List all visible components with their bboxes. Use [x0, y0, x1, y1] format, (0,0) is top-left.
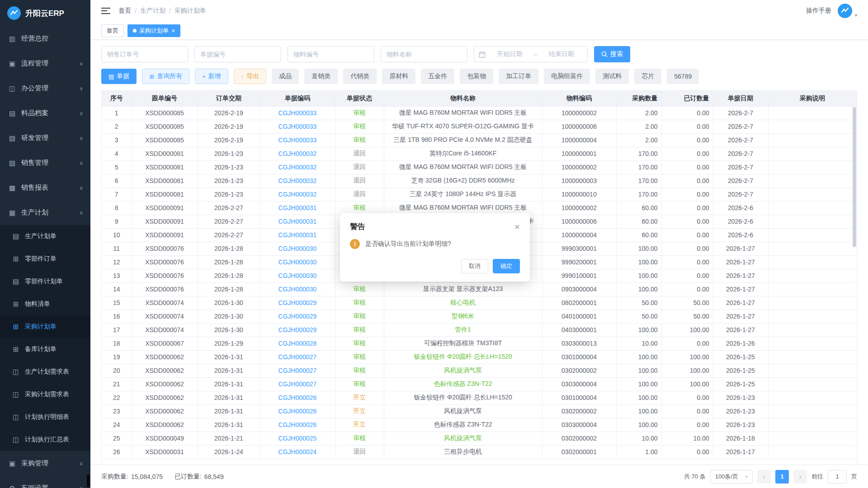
filter-input-doc-code[interactable]: [194, 46, 281, 62]
sidebar-item-purchase-plan-order[interactable]: ⊞采购计划单: [0, 315, 90, 338]
category-button[interactable]: 加工订单: [499, 69, 538, 84]
cancel-button[interactable]: 取消: [461, 259, 488, 273]
table-row[interactable]: 2XSDD0000852026-2-19CGJH000033审核华硕 TUF-R…: [102, 120, 857, 133]
goto-page-input[interactable]: [828, 470, 847, 483]
current-page-button[interactable]: 1: [775, 470, 789, 483]
doc-code-link[interactable]: CGJH000024: [278, 448, 317, 455]
table-row[interactable]: 26XSDD0000312026-1-24CGJH000024退回三相异步电机0…: [102, 445, 857, 459]
next-page-button[interactable]: ›: [793, 470, 807, 483]
doc-code-link[interactable]: CGJH000030: [278, 272, 317, 279]
column-header[interactable]: 物料编码: [542, 91, 616, 106]
doc-code-link[interactable]: CGJH000028: [278, 340, 317, 347]
page-size-select[interactable]: 100条/页 ▾: [710, 470, 753, 483]
table-row[interactable]: 14XSDD0000762026-1-28CGJH000030审核显示器支架 显…: [102, 282, 857, 296]
breadcrumb-item[interactable]: 首页: [118, 7, 131, 15]
doc-code-link[interactable]: CGJH000031: [278, 218, 317, 225]
breadcrumb-item[interactable]: 采购计划单: [175, 7, 206, 15]
doc-code-link[interactable]: CGJH000031: [278, 231, 317, 239]
search-button[interactable]: 搜索: [594, 46, 630, 62]
doc-code-link[interactable]: CGJH000030: [278, 245, 317, 252]
table-row[interactable]: 5XSDD0000812026-1-23CGJH000032退回微星 MAG B…: [102, 160, 857, 174]
sidebar-item-purchase-mgmt[interactable]: ▣采购管理∨: [0, 451, 90, 476]
sidebar-item-process-mgmt[interactable]: ▣流程管理∨: [0, 51, 90, 76]
column-header[interactable]: 已订数量: [661, 91, 713, 106]
sidebar-item-production-plan[interactable]: ▦生产计划∧: [0, 200, 90, 225]
sidebar-item-production-plan-order[interactable]: ▤生产计划单: [0, 225, 90, 248]
doc-code-link[interactable]: CGJH000032: [278, 164, 317, 171]
sidebar-item-workshop-settings[interactable]: ⚙车间设置∨: [0, 476, 90, 488]
table-row[interactable]: 21XSDD0000622026-1-31CGJH000027审核色标传感器 Z…: [102, 377, 857, 391]
table-row[interactable]: 8XSDD0000912026-2-27CGJH000031审核微星 MAG B…: [102, 201, 857, 215]
sidebar-item-plan-exec-detail[interactable]: ◫计划执行明细表: [0, 406, 90, 428]
category-button[interactable]: 成品: [272, 69, 299, 84]
sidebar-item-plan-exec-summary[interactable]: ◫计划执行汇总表: [0, 428, 90, 451]
sidebar-item-production-plan-demand[interactable]: ◫生产计划需求表: [0, 361, 90, 383]
category-button[interactable]: 56789: [667, 69, 699, 84]
table-row[interactable]: 25XSDD0000492026-1-21CGJH000025审核风机旋涡气泵0…: [102, 432, 857, 445]
filter-input-material-name[interactable]: [381, 46, 467, 62]
doc-code-link[interactable]: CGJH000030: [278, 258, 317, 266]
filter-input-sales-order-no[interactable]: [101, 46, 188, 62]
doc-code-link[interactable]: CGJH000032: [278, 150, 317, 157]
avatar[interactable]: [838, 4, 852, 18]
table-row[interactable]: 7XSDD0000812026-1-23CGJH000032退回三星 24英寸 …: [102, 188, 857, 201]
table-scrollbar[interactable]: [853, 107, 856, 247]
category-button[interactable]: 代销类: [343, 69, 377, 84]
sidebar-item-purchase-plan-demand[interactable]: ◫采购计划需求表: [0, 383, 90, 406]
category-button[interactable]: 电脑组装件: [544, 69, 590, 84]
tab-home[interactable]: 首页: [101, 24, 124, 37]
column-header[interactable]: 单据编码: [260, 91, 335, 106]
date-range-picker[interactable]: 开始日期 – 结束日期: [474, 46, 588, 62]
column-header[interactable]: 单据状态: [335, 91, 384, 106]
column-header[interactable]: 跟单编号: [132, 91, 198, 106]
category-button[interactable]: 原材料: [382, 69, 415, 84]
doc-code-link[interactable]: CGJH000031: [278, 204, 317, 211]
query-all-button[interactable]: ⊞查询所有: [142, 69, 189, 84]
sidebar-item-bom-list[interactable]: ⊞物料清单: [0, 293, 90, 315]
sidebar-item-parts-order[interactable]: ⊞零部件订单: [0, 248, 90, 270]
sidebar-item-office-mgmt[interactable]: ◫办公管理∨: [0, 76, 90, 101]
sidebar-item-dashboard[interactable]: ▥经营总控: [0, 26, 90, 51]
doc-code-link[interactable]: CGJH000026: [278, 394, 317, 401]
doc-code-link[interactable]: CGJH000026: [278, 408, 317, 415]
table-row[interactable]: 18XSDD0000672026-1-29CGJH000028审核可编程控制器模…: [102, 337, 857, 350]
export-button[interactable]: ↑导出: [234, 69, 267, 84]
table-row[interactable]: 4XSDD0000812026-1-23CGJH000032退回英特尔Core …: [102, 147, 857, 160]
doc-code-link[interactable]: CGJH000033: [278, 109, 317, 117]
table-row[interactable]: 1XSDD0000852026-2-19CGJH000033审核微星 MAG B…: [102, 106, 857, 120]
column-header[interactable]: 采购说明: [768, 91, 857, 106]
table-row[interactable]: 3XSDD0000852026-2-19CGJH000033审核三星 1TB 9…: [102, 133, 857, 147]
sidebar-scrollbar[interactable]: [87, 474, 90, 487]
confirm-button[interactable]: 确定: [493, 259, 520, 273]
breadcrumb-item[interactable]: 生产计划: [140, 7, 165, 15]
menu-fold-icon[interactable]: [101, 7, 110, 14]
doc-code-link[interactable]: CGJH000029: [278, 313, 317, 320]
column-header[interactable]: 物料名称: [384, 91, 542, 106]
add-button[interactable]: +新增: [195, 69, 228, 84]
sidebar-item-sales-report[interactable]: ▩销售报表∨: [0, 175, 90, 200]
column-header[interactable]: 单据日期: [713, 91, 768, 106]
sidebar-item-rnd-mgmt[interactable]: ▧研发管理∨: [0, 126, 90, 150]
table-row[interactable]: 16XSDD0000742026-1-30CGJH000029审核型钢6米040…: [102, 310, 857, 323]
doc-code-link[interactable]: CGJH000032: [278, 177, 317, 184]
table-row[interactable]: 24XSDD0000622026-1-31CGJH000026开立色标传感器 Z…: [102, 418, 857, 432]
doc-code-link[interactable]: CGJH000027: [278, 367, 317, 374]
column-header[interactable]: 采购数量: [616, 91, 661, 106]
table-row[interactable]: 15XSDD0000742026-1-30CGJH000029审核核心电机080…: [102, 296, 857, 310]
doc-code-link[interactable]: CGJH000027: [278, 380, 317, 388]
table-row[interactable]: 19XSDD0000622026-1-31CGJH000027审核钣金铰链件 Φ…: [102, 350, 857, 364]
manual-link[interactable]: 操作手册: [806, 7, 831, 15]
chevron-down-icon[interactable]: ▾: [855, 13, 857, 18]
table-row[interactable]: 23XSDD0000622026-1-31CGJH000026开立风机旋涡气泵0…: [102, 404, 857, 418]
doc-code-link[interactable]: CGJH000029: [278, 326, 317, 333]
tab-active[interactable]: 采购计划单×: [127, 24, 180, 37]
doc-code-link[interactable]: CGJH000029: [278, 299, 317, 306]
doc-code-link[interactable]: CGJH000030: [278, 286, 317, 293]
doc-code-link[interactable]: CGJH000026: [278, 421, 317, 428]
table-row[interactable]: 20XSDD0000622026-1-31CGJH000027审核风机旋涡气泵0…: [102, 364, 857, 377]
prev-page-button[interactable]: ‹: [757, 470, 771, 483]
doc-code-link[interactable]: CGJH000032: [278, 191, 317, 198]
category-button[interactable]: 五金件: [421, 69, 454, 84]
filter-input-material-code[interactable]: [288, 46, 374, 62]
category-button[interactable]: 测试料: [595, 69, 629, 84]
